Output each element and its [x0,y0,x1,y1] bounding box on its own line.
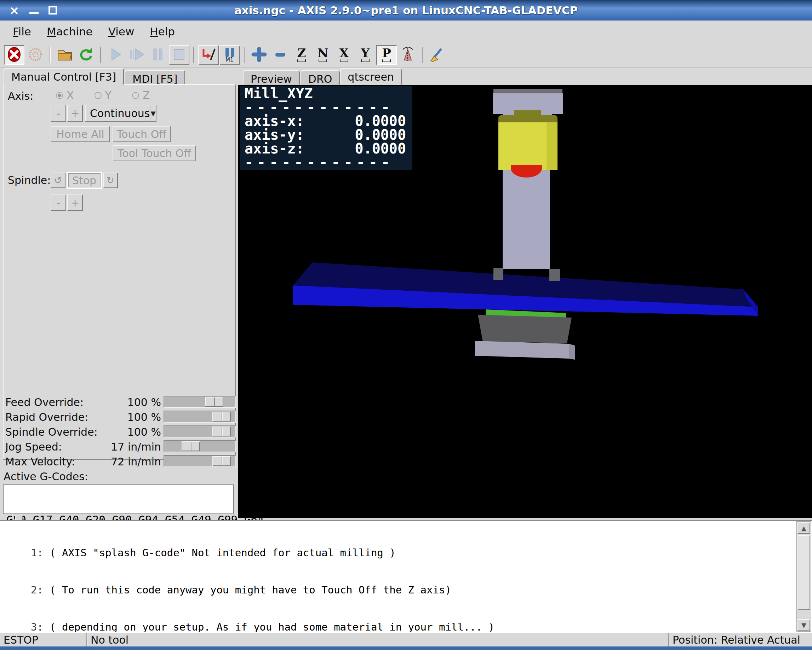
estop-icon [6,46,23,64]
jog-increment-combo[interactable]: Continuous ▼ [85,105,156,122]
pause-button[interactable] [148,45,168,65]
scroll-up-icon[interactable]: ▲ [797,522,810,534]
spindle-label: Spindle: [8,174,50,186]
tab-mdi[interactable]: MDI [F5] [125,70,185,85]
window-title: axis.ngc - AXIS 2.9.0~pre1 on LinuxCNC-T… [0,4,812,17]
max-velocity-slider[interactable] [163,455,236,467]
tab-dro[interactable]: DRO [301,70,340,85]
jog-plus-button[interactable]: + [67,105,83,122]
radio-icon [132,92,139,99]
tab-qtscreen[interactable]: qtscreen [340,68,402,85]
run-icon [108,46,123,64]
maximize-icon[interactable] [49,6,57,15]
gcode-line: 1:( AXIS "splash G-code" Not intended fo… [0,547,796,559]
slider-handle[interactable] [212,456,231,466]
view-z-button[interactable]: Z [291,45,312,65]
close-icon[interactable]: × [9,4,20,16]
max-velocity-label: Max Velocity: [5,455,75,468]
toggle-skip-lines-button[interactable] [198,45,219,65]
scrollbar-thumb[interactable] [797,535,810,610]
spindle-minus-button[interactable]: - [50,195,66,211]
view-z-rotated-button[interactable]: N [313,45,333,65]
stop-button[interactable] [169,45,189,65]
spindle-plus-button[interactable]: + [67,195,83,211]
spindle-ccw-icon: ↺ [54,175,62,186]
menu-machine[interactable]: Machine [40,23,99,40]
rotate-view-button[interactable] [397,45,418,65]
toolbar-separator [193,47,194,63]
spindle-override-row: Spindle Override: 100 % [0,425,238,439]
status-tool: No tool [87,633,669,647]
radio-selected-icon [56,92,63,99]
view-x-button[interactable]: X [334,45,354,65]
reload-icon [78,46,95,64]
feed-override-slider[interactable] [163,396,236,408]
spindle-stop-button[interactable]: Stop [67,172,102,189]
zoom-in-button[interactable] [249,45,269,65]
tab-manual-control[interactable]: Manual Control [F3] [3,68,124,85]
toggle-skip-lines-icon [200,46,217,64]
estop-button[interactable] [4,45,24,65]
max-velocity-value: 72 in/min [76,455,161,468]
window-bottom-border [0,647,812,650]
run-button[interactable] [105,45,126,65]
rapid-override-slider[interactable] [163,411,236,423]
feed-override-label: Feed Override: [5,396,84,408]
titlebar: × axis.ngc - AXIS 2.9.0~pre1 on LinuxCNC… [0,0,812,20]
step-icon [128,46,145,64]
dro-row-y: axis-y:0.0000 [244,128,406,142]
preview-canvas[interactable]: Mill_XYZ ------------ axis-x:0.0000 axis… [238,85,812,518]
view-x-icon: X [339,48,349,62]
menu-view[interactable]: View [102,23,141,40]
slider-handle[interactable] [182,441,200,451]
machine-power-button[interactable] [25,45,46,65]
machine-base [475,341,569,359]
dro-row-z: axis-z:0.0000 [244,142,406,155]
rapid-override-value: 100 % [76,411,161,423]
reload-button[interactable] [76,45,96,65]
menu-file[interactable]: File [6,23,38,40]
slider-handle[interactable] [205,397,223,407]
view-perspective-button[interactable]: P [376,45,397,65]
zoom-out-button[interactable] [270,45,291,65]
statusbar: ESTOP No tool Position: Relative Actual [0,632,812,647]
spindle-cw-button[interactable]: ↻ [103,173,118,188]
optional-pause-m1-button[interactable]: M1 [220,45,240,65]
clear-plot-button[interactable] [427,45,447,65]
menu-help[interactable]: Help [143,23,181,40]
chevron-down-icon: ▼ [150,105,156,121]
scroll-down-icon[interactable]: ▼ [797,619,810,630]
axis-radio-z[interactable]: Z [132,89,150,102]
touch-off-button[interactable]: Touch Off [113,126,171,142]
home-all-button[interactable]: Home All [50,126,110,142]
toolbar: M1 Z N X [0,43,812,68]
feed-override-value: 100 % [76,396,161,408]
open-file-button[interactable] [55,45,75,65]
code-scrollbar[interactable]: ▲ ▼ [797,521,811,632]
dro-overlay: Mill_XYZ ------------ axis-x:0.0000 axis… [240,86,412,170]
left-tabbar: Manual Control [F3] MDI [F5] [3,68,185,85]
spindle-override-slider[interactable] [163,425,236,437]
spindle-override-value: 100 % [76,426,161,438]
axis-radio-group: X Y Z [56,89,150,102]
minimize-icon[interactable] [29,12,38,14]
spindle-row: Spindle: [8,174,50,186]
tab-preview[interactable]: Preview [243,70,300,85]
pause-icon [151,46,165,64]
axis-radio-x[interactable]: X [56,89,74,102]
tool-touch-off-button[interactable]: Tool Touch Off [113,145,196,161]
slider-handle[interactable] [212,412,231,422]
jog-minus-button[interactable]: - [50,105,66,122]
slider-handle[interactable] [212,426,231,436]
jog-speed-slider[interactable] [163,440,236,452]
gcode-listing[interactable]: 1:( AXIS "splash G-code" Not intended fo… [0,520,812,632]
dro-row-x: axis-x:0.0000 [244,114,406,128]
max-velocity-row: Max Velocity: 72 in/min [0,454,238,469]
step-button[interactable] [127,45,147,65]
view-y-button[interactable]: Y [355,45,375,65]
view-y-icon: Y [361,48,369,62]
main-area: Manual Control [F3] MDI [F5] Axis: X Y Z [0,68,812,520]
axis-radio-y[interactable]: Y [95,89,111,102]
spindle-ccw-button[interactable]: ↺ [50,173,66,188]
status-position-mode: Position: Relative Actual [669,633,812,647]
